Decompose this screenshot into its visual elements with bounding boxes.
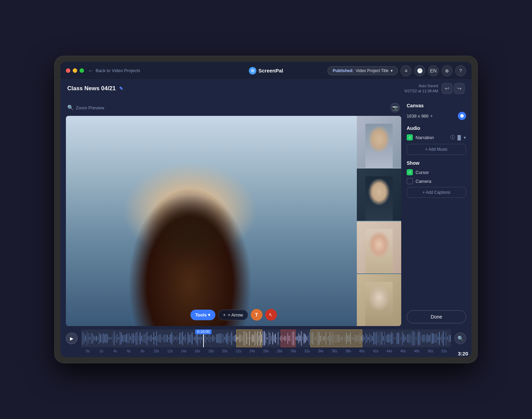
zoom-preview-label: 🔍 Zoom Preview — [67, 105, 104, 111]
thumbnail-4[interactable] — [357, 274, 401, 326]
time-ruler-label: 18s — [204, 349, 218, 353]
main-video-person — [66, 116, 401, 326]
time-ruler-label: 30s — [286, 349, 300, 353]
list-icon-button[interactable]: ≡ — [401, 65, 411, 76]
time-ruler-label: 0s — [81, 349, 95, 353]
screenshot-icon-button[interactable]: 📷 — [390, 103, 400, 112]
thumbnail-person-1 — [365, 124, 393, 168]
time-ruler-label: 12s — [163, 349, 177, 353]
close-button[interactable] — [66, 68, 70, 73]
canvas-size[interactable]: 1638 x 986 ▾ — [407, 113, 433, 119]
add-music-button[interactable]: + Add Music — [407, 144, 466, 155]
camera-row: Camera — [407, 178, 466, 184]
canvas-chevron-icon: ▾ — [431, 114, 433, 118]
waveform — [81, 329, 451, 347]
timeline-area: ▶ 0:16:00 🔍 0s2s4s6s8s10s12s14 — [60, 326, 472, 357]
edit-icon[interactable]: ✎ — [119, 86, 123, 91]
lang-button[interactable]: EN — [428, 65, 439, 76]
undo-button[interactable]: ↩ — [442, 83, 452, 94]
time-ruler-label: 32s — [300, 349, 314, 353]
timeline-track[interactable]: 0:16:00 — [81, 329, 451, 347]
time-ruler-label: 24s — [246, 349, 259, 353]
cursor-label: Cursor — [416, 170, 429, 175]
auto-saved-date: 9/27/22 at 11:38 AM — [405, 89, 438, 94]
history-icon-button[interactable]: 🕐 — [414, 65, 425, 76]
redo-button[interactable]: ↪ — [454, 83, 465, 94]
publish-chevron-icon: ▾ — [391, 68, 393, 73]
device-frame: ← Back to Video Projects ◎ ScreenPal Pub… — [54, 56, 478, 363]
back-label: Back to Video Projects — [96, 68, 140, 73]
back-button[interactable]: ← Back to Video Projects — [88, 68, 140, 74]
clock-badge: 3:20 — [458, 351, 468, 356]
time-ruler-label: 52s — [437, 349, 451, 353]
cursor-checkbox[interactable]: ✓ — [407, 169, 413, 175]
done-button[interactable]: Done — [407, 310, 466, 323]
thumbnail-1[interactable] — [357, 116, 401, 168]
subtitle-bar: Class News 04/21 ✎ Auto Saved 9/27/22 at… — [60, 80, 472, 97]
help-icon-button[interactable]: ? — [455, 65, 466, 76]
maximize-button[interactable] — [80, 68, 84, 73]
brand-icon: ◎ — [249, 67, 256, 75]
time-ruler-label: 40s — [355, 349, 369, 353]
narration-label: Narration — [416, 135, 448, 140]
auto-saved: Auto Saved 9/27/22 at 11:38 AM ↩ ↪ — [405, 83, 465, 94]
time-ruler-label: 50s — [424, 349, 437, 353]
brand-name: ScreenPal — [258, 68, 283, 73]
video-container: Tools ▾ + + Arrow T ↖ — [66, 116, 401, 326]
undo-redo-buttons: ↩ ↪ — [442, 83, 465, 94]
layers-icon-button[interactable]: ⊕ — [442, 65, 452, 76]
cursor-row: ✓ Cursor — [407, 169, 466, 175]
text-tool-button[interactable]: T — [251, 309, 262, 321]
cursor-tool-icon: ↖ — [269, 312, 273, 317]
right-panel: Canvas 1638 x 986 ▾ Audio — [401, 103, 466, 326]
plus-icon: + — [223, 312, 226, 317]
video-toolbar: Tools ▾ + + Arrow T ↖ — [191, 309, 277, 321]
show-label: Show — [407, 160, 466, 166]
audio-section: Audio ✓ Narration ⓘ ▐▌ ▾ + Add Music — [407, 125, 466, 155]
narration-icons: ⓘ ▐▌ ▾ — [450, 134, 466, 140]
time-ruler-label: 22s — [232, 349, 246, 353]
canvas-toggle[interactable] — [458, 112, 466, 120]
zoom-icon: 🔍 — [67, 105, 74, 111]
camera-label: Camera — [416, 179, 431, 184]
time-ruler-label: 44s — [382, 349, 396, 353]
main-content: 🔍 Zoom Preview 📷 — [60, 97, 472, 326]
narration-checkbox[interactable]: ✓ — [407, 134, 413, 140]
text-tool-icon: T — [255, 312, 258, 317]
playhead: 0:16:00 — [203, 329, 204, 347]
time-ruler: 0s2s4s6s8s10s12s14s16s18s20s22s24s26s28s… — [66, 349, 466, 353]
publish-prefix: Published: — [333, 68, 353, 73]
time-ruler-label: 4s — [108, 349, 122, 353]
search-timeline-button[interactable]: 🔍 — [454, 333, 466, 344]
play-button[interactable]: ▶ — [66, 333, 78, 344]
clock-time: 3:20 — [458, 351, 468, 356]
tools-chevron-icon: ▾ — [208, 312, 210, 317]
back-arrow-icon: ← — [88, 68, 94, 74]
audio-label: Audio — [407, 125, 466, 131]
info-icon[interactable]: ⓘ — [450, 134, 455, 140]
video-area: 🔍 Zoom Preview 📷 — [66, 103, 401, 326]
canvas-size-text: 1638 x 986 — [407, 113, 429, 119]
playhead-time: 0:16:00 — [195, 329, 212, 334]
thumbnail-person-3 — [365, 229, 393, 273]
thumbnail-3[interactable] — [357, 221, 401, 273]
arrow-tool-button[interactable]: + + Arrow — [218, 310, 248, 320]
add-captions-label: + Add Captions — [422, 190, 450, 195]
camera-checkbox[interactable] — [407, 178, 413, 184]
publish-button[interactable]: Published: Video Project Title ▾ — [327, 66, 398, 75]
time-ruler-label: 2s — [95, 349, 108, 353]
zoom-preview-text: Zoom Preview — [76, 105, 104, 110]
thumbnail-2[interactable] — [357, 168, 401, 220]
audio-bars-icon[interactable]: ▐▌ — [456, 135, 462, 140]
time-ruler-label: 26s — [259, 349, 273, 353]
canvas-section: Canvas 1638 x 986 ▾ — [407, 103, 466, 120]
add-captions-button[interactable]: + Add Captions — [407, 187, 466, 198]
tools-button[interactable]: Tools ▾ — [191, 310, 215, 320]
time-ruler-label: 20s — [218, 349, 232, 353]
time-ruler-label: 28s — [273, 349, 286, 353]
cursor-tool-button[interactable]: ↖ — [265, 309, 277, 321]
minimize-button[interactable] — [73, 68, 77, 73]
project-title-text: Class News 04/21 — [67, 85, 116, 92]
audio-chevron-icon[interactable]: ▾ — [464, 135, 466, 140]
brand-logo: ◎ ScreenPal — [249, 67, 283, 75]
